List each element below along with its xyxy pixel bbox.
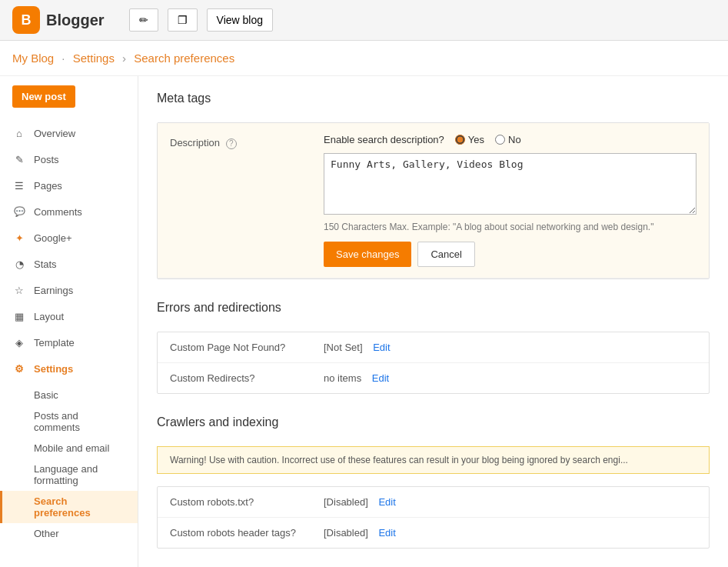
sidebar-item-earnings[interactable]: Earnings	[0, 277, 138, 303]
sidebar-item-pages[interactable]: Pages	[0, 172, 138, 198]
errors-redirections-title: Errors and redirections	[157, 301, 710, 319]
custom-redirects-label: Custom Redirects ?	[170, 372, 324, 384]
custom-redirects-edit[interactable]: Edit	[372, 372, 389, 384]
custom-robots-header-help-icon[interactable]: ?	[291, 527, 296, 539]
sub-item-mobile-email[interactable]: Mobile and email	[0, 438, 138, 459]
main-content: Meta tags Description ? Enable search de…	[138, 76, 728, 567]
custom-robots-txt-value: [Disabled] Edit	[324, 496, 696, 508]
custom-robots-header-row: Custom robots header tags ? [Disabled] E…	[158, 518, 709, 548]
custom-redirects-row: Custom Redirects ? no items Edit	[158, 363, 709, 393]
settings-icon	[12, 362, 26, 375]
sidebar-nav: Overview Posts Pages Comments Google+ St…	[0, 120, 138, 382]
sidebar: New post Overview Posts Pages Comments G…	[0, 76, 138, 567]
blogger-logo-icon: B	[12, 6, 40, 34]
custom-page-not-found-value: [Not Set] Edit	[324, 342, 696, 353]
description-textarea[interactable]: Funny Arts, Gallery, Videos Blog	[324, 153, 696, 215]
description-help-icon[interactable]: ?	[226, 138, 237, 149]
char-hint: 150 Characters Max. Example: "A blog abo…	[324, 222, 696, 232]
warning-bar: Warning! Use with caution. Incorrect use…	[157, 446, 710, 474]
googleplus-icon	[12, 231, 26, 245]
custom-robots-txt-row: Custom robots.txt ? [Disabled] Edit	[158, 487, 709, 518]
layout-icon	[12, 309, 26, 323]
cancel-button[interactable]: Cancel	[417, 242, 474, 267]
stats-icon	[12, 257, 26, 271]
sub-item-posts-comments[interactable]: Posts and comments	[0, 405, 138, 438]
radio-yes-label[interactable]: Yes	[455, 134, 484, 145]
view-blog-button[interactable]: View blog	[207, 8, 273, 32]
meta-tags-title: Meta tags	[157, 92, 710, 110]
sidebar-item-googleplus[interactable]: Google+	[0, 225, 138, 251]
description-label: Description ?	[170, 134, 324, 149]
breadcrumb: My Blog · Settings › Search preferences	[0, 41, 728, 76]
posts-icon	[12, 152, 26, 166]
custom-page-not-found-label: Custom Page Not Found ?	[170, 342, 324, 353]
sidebar-item-stats[interactable]: Stats	[0, 251, 138, 277]
sidebar-item-comments[interactable]: Comments	[0, 198, 138, 225]
custom-redirects-value: no items Edit	[324, 372, 696, 384]
meta-tags-card: Description ? Enable search description?…	[157, 122, 710, 279]
sidebar-item-overview[interactable]: Overview	[0, 120, 138, 146]
custom-redirects-help-icon[interactable]: ?	[249, 372, 254, 384]
home-icon	[12, 126, 26, 140]
sub-item-language-formatting[interactable]: Language and formatting	[0, 459, 138, 491]
custom-robots-txt-help-icon[interactable]: ?	[248, 496, 254, 508]
logo-area: B Blogger	[12, 6, 105, 34]
template-icon	[12, 335, 26, 349]
pencil-button[interactable]: ✏	[129, 8, 158, 32]
sub-item-search-preferences[interactable]: Search preferences	[0, 491, 138, 523]
new-post-button[interactable]: New post	[12, 85, 75, 108]
sidebar-item-template[interactable]: Template	[0, 329, 138, 355]
radio-no-label[interactable]: No	[495, 134, 521, 145]
settings-submenu: Basic Posts and comments Mobile and emai…	[0, 385, 138, 544]
earnings-icon	[12, 283, 26, 297]
save-changes-button[interactable]: Save changes	[324, 242, 411, 267]
radio-yes-input[interactable]	[455, 135, 465, 145]
breadcrumb-current: Search preferences	[134, 52, 234, 65]
crawlers-indexing-card: Custom robots.txt ? [Disabled] Edit Cust…	[157, 486, 710, 549]
radio-no-input[interactable]	[495, 135, 505, 145]
form-buttons: Save changes Cancel	[324, 242, 696, 267]
errors-redirections-card: Custom Page Not Found ? [Not Set] Edit C…	[157, 332, 710, 394]
custom-robots-header-value: [Disabled] Edit	[324, 527, 696, 539]
pages-icon	[12, 178, 26, 192]
sidebar-item-settings[interactable]: Settings	[0, 355, 138, 382]
sidebar-item-layout[interactable]: Layout	[0, 303, 138, 329]
custom-robots-header-label: Custom robots header tags ?	[170, 527, 324, 539]
breadcrumb-myblog[interactable]: My Blog	[12, 52, 54, 65]
breadcrumb-settings[interactable]: Settings	[73, 52, 115, 65]
description-content: Enable search description? Yes No Funny …	[324, 134, 696, 267]
sub-item-other[interactable]: Other	[0, 523, 138, 544]
blogger-logo-text: Blogger	[46, 12, 105, 29]
custom-page-not-found-row: Custom Page Not Found ? [Not Set] Edit	[158, 332, 709, 363]
main-layout: New post Overview Posts Pages Comments G…	[0, 76, 728, 567]
comments-icon	[12, 205, 26, 218]
crawlers-indexing-title: Crawlers and indexing	[157, 415, 710, 434]
custom-robots-txt-label: Custom robots.txt ?	[170, 496, 324, 508]
copy-button[interactable]: ❐	[168, 8, 198, 32]
custom-page-not-found-edit[interactable]: Edit	[373, 342, 390, 353]
sub-item-basic[interactable]: Basic	[0, 385, 138, 405]
breadcrumb-sep2: ›	[122, 52, 126, 65]
custom-robots-txt-edit[interactable]: Edit	[378, 496, 395, 508]
breadcrumb-sep1: ·	[61, 52, 65, 65]
sidebar-item-posts[interactable]: Posts	[0, 146, 138, 172]
app-header: B Blogger ✏ ❐ View blog	[0, 0, 728, 41]
custom-robots-header-edit[interactable]: Edit	[378, 527, 395, 539]
description-row: Description ? Enable search description?…	[158, 123, 709, 278]
custom-page-not-found-help-icon[interactable]: ?	[280, 342, 285, 353]
enable-search-row: Enable search description? Yes No	[324, 134, 696, 145]
